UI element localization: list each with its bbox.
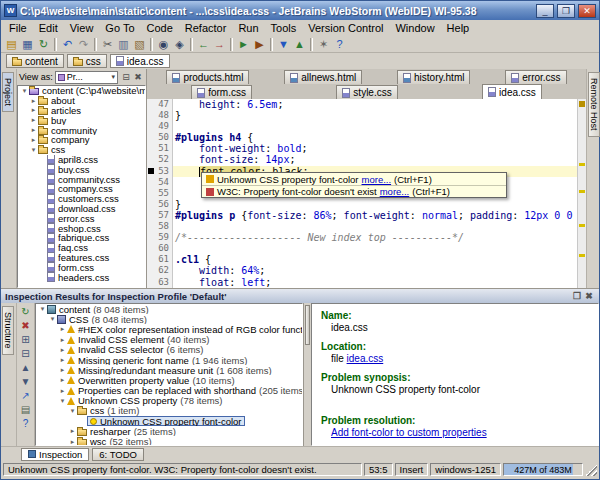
inspection-tree-item[interactable]: ▸Missing generic font name(1 946 items) bbox=[36, 355, 302, 365]
code-line[interactable] bbox=[173, 121, 577, 132]
expander-icon[interactable]: ▾ bbox=[29, 146, 38, 154]
tree-item-buy-css[interactable]: buy.css bbox=[18, 164, 145, 174]
tree-item-articles[interactable]: ▸articles bbox=[18, 106, 145, 116]
menu-item-tools[interactable]: Tools bbox=[265, 21, 303, 35]
find-icon[interactable]: ◉ bbox=[156, 37, 171, 52]
expander-icon[interactable]: ▸ bbox=[68, 438, 77, 446]
expander-icon[interactable]: ▸ bbox=[58, 356, 67, 364]
expander-icon[interactable]: ▸ bbox=[29, 126, 38, 134]
editor-tab-idea-css[interactable]: idea.css bbox=[482, 84, 542, 99]
tree-item-download-css[interactable]: download.css bbox=[18, 204, 145, 214]
tool-tab-6-todo[interactable]: 6: TODO bbox=[92, 448, 144, 461]
tree-item-community-css[interactable]: community.css bbox=[18, 174, 145, 184]
menu-item-help[interactable]: Help bbox=[441, 21, 476, 35]
previous-problem-icon[interactable]: ▲ bbox=[19, 361, 32, 374]
code-line[interactable]: float: left; bbox=[173, 277, 577, 288]
inspection-tree-item[interactable]: ▾Unknown CSS property(78 items) bbox=[36, 396, 302, 406]
menu-item-view[interactable]: View bbox=[64, 21, 100, 35]
inspection-scrollbar[interactable] bbox=[303, 303, 311, 446]
tree-item-company[interactable]: ▸company bbox=[18, 135, 145, 145]
tree-item-faq-css[interactable]: faq.css bbox=[18, 243, 145, 253]
collapse-all-icon[interactable]: ⊟ bbox=[19, 347, 32, 360]
tree-item-about[interactable]: ▸about bbox=[18, 96, 145, 106]
menu-item-go-to[interactable]: Go To bbox=[99, 21, 140, 35]
expander-icon[interactable]: ▸ bbox=[29, 106, 38, 114]
tree-item-headers-css[interactable]: headers.css bbox=[18, 272, 145, 282]
tree-item-error-css[interactable]: error.css bbox=[18, 213, 145, 223]
inspection-tree-item[interactable]: Unknown CSS property font-color bbox=[36, 416, 302, 426]
redo-icon[interactable]: ↷ bbox=[76, 37, 91, 52]
tree-item-community[interactable]: ▸community bbox=[18, 125, 145, 135]
error-stripe-mark[interactable] bbox=[579, 254, 585, 257]
encoding-indicator[interactable]: windows-1251 bbox=[430, 463, 501, 476]
tree-item-company-css[interactable]: company.css bbox=[18, 184, 145, 194]
code-line[interactable]: font-weight: bold; bbox=[173, 143, 577, 154]
inspection-tree-item[interactable]: ▸Properties can be replaced with shortha… bbox=[36, 386, 302, 396]
expander-icon[interactable]: ▾ bbox=[58, 397, 67, 405]
tree-item-buy[interactable]: ▸buy bbox=[18, 115, 145, 125]
inspection-tree-item[interactable]: ▾content(8 048 items) bbox=[36, 304, 302, 314]
selected-inspection-item[interactable]: Unknown CSS property font-color bbox=[87, 416, 245, 426]
inspection-tree-item[interactable]: ▾css(1 item) bbox=[36, 406, 302, 416]
expander-icon[interactable]: ▸ bbox=[29, 97, 38, 105]
inspection-tree-item[interactable]: ▾CSS(8 048 items) bbox=[36, 314, 302, 324]
maximize-button[interactable]: ❐ bbox=[557, 4, 575, 18]
menu-item-refactor[interactable]: Refactor bbox=[179, 21, 233, 35]
resize-grip[interactable] bbox=[585, 464, 597, 476]
code-line[interactable]: /*------------------- New index top ----… bbox=[173, 232, 577, 243]
code-column[interactable]: height: 6.5em;}#plugins h4 { font-weight… bbox=[173, 99, 577, 288]
tooltip-more-link[interactable]: more... bbox=[362, 174, 392, 185]
error-stripe-mark[interactable] bbox=[579, 190, 585, 193]
code-line[interactable]: width: 64%; bbox=[173, 265, 577, 276]
expander-icon[interactable]: ▸ bbox=[29, 136, 38, 144]
expander-icon[interactable]: ▸ bbox=[58, 366, 67, 374]
navbar-item-css[interactable]: css bbox=[67, 54, 107, 68]
menu-item-run[interactable]: Run bbox=[232, 21, 264, 35]
vcs-update-icon[interactable]: ▼ bbox=[276, 37, 291, 52]
editor-tab-style-css[interactable]: style.css bbox=[336, 85, 397, 99]
menu-item-code[interactable]: Code bbox=[141, 21, 179, 35]
copy-icon[interactable]: ▥ bbox=[116, 37, 131, 52]
collapse-all-icon[interactable]: ⊟ bbox=[120, 71, 132, 83]
expander-icon[interactable]: ▾ bbox=[68, 407, 77, 415]
close-button[interactable]: ✕ bbox=[578, 4, 596, 18]
code-editor[interactable]: 4748495051525354555657585960616263 heigh… bbox=[147, 99, 586, 288]
vcs-commit-icon[interactable]: ▲ bbox=[292, 37, 307, 52]
expander-icon[interactable]: ▾ bbox=[38, 305, 47, 313]
code-line[interactable]: #plugins p {font-size: 86%; font-weight:… bbox=[173, 210, 577, 221]
menu-item-file[interactable]: File bbox=[3, 21, 33, 35]
tree-item-content[interactable]: ▾content (C:\p4\website\main... bbox=[18, 86, 145, 96]
tree-item-css[interactable]: ▾css bbox=[18, 145, 145, 155]
help-icon[interactable]: ? bbox=[332, 37, 347, 52]
code-line[interactable]: } bbox=[173, 199, 577, 210]
error-stripe-mark[interactable] bbox=[579, 163, 585, 166]
inspection-tree-item[interactable]: ▸Invalid CSS element(40 items) bbox=[36, 335, 302, 345]
expander-icon[interactable]: ▸ bbox=[58, 376, 67, 384]
inspection-tree-item[interactable]: ▸Missing/redundant measure unit(1 608 it… bbox=[36, 365, 302, 375]
tree-item-fabrique-css[interactable]: fabrique.css bbox=[18, 233, 145, 243]
undo-icon[interactable]: ↶ bbox=[60, 37, 75, 52]
inspection-tree-item[interactable]: ▸Invalid CSS selector(6 items) bbox=[36, 345, 302, 355]
problem-resolution-link[interactable]: Add font-color to custom properties bbox=[331, 427, 487, 438]
editor-tab-products-html[interactable]: products.html bbox=[166, 70, 249, 84]
code-line[interactable]: #plugins h4 { bbox=[173, 132, 577, 143]
go-to-source-icon[interactable]: ↗ bbox=[19, 389, 32, 402]
editor-tab-allnews-html[interactable]: allnews.html bbox=[284, 70, 362, 84]
expander-icon[interactable]: ▸ bbox=[29, 116, 38, 124]
tree-item-form-css[interactable]: form.css bbox=[18, 262, 145, 272]
close-inspection-icon[interactable]: ✖ bbox=[19, 319, 32, 332]
inspection-tree-item[interactable]: ▸resharper(25 items) bbox=[36, 426, 302, 436]
code-line[interactable]: height: 6.5em; bbox=[173, 99, 577, 110]
memory-indicator[interactable]: 427M of 483M bbox=[503, 463, 583, 476]
back-icon[interactable]: ← bbox=[196, 37, 211, 52]
save-all-icon[interactable]: ▦ bbox=[20, 37, 35, 52]
expander-icon[interactable]: ▸ bbox=[58, 346, 67, 354]
location-link[interactable]: idea.css bbox=[347, 353, 384, 364]
rerun-inspection-icon[interactable]: ↻ bbox=[19, 305, 32, 318]
expand-all-icon[interactable]: ⊞ bbox=[19, 333, 32, 346]
hide-panel-icon[interactable]: ✖ bbox=[132, 71, 144, 83]
forward-icon[interactable]: → bbox=[212, 37, 227, 52]
run-icon[interactable]: ► bbox=[236, 37, 251, 52]
code-line[interactable] bbox=[173, 243, 577, 254]
tooltip-more-link[interactable]: more... bbox=[380, 186, 410, 197]
